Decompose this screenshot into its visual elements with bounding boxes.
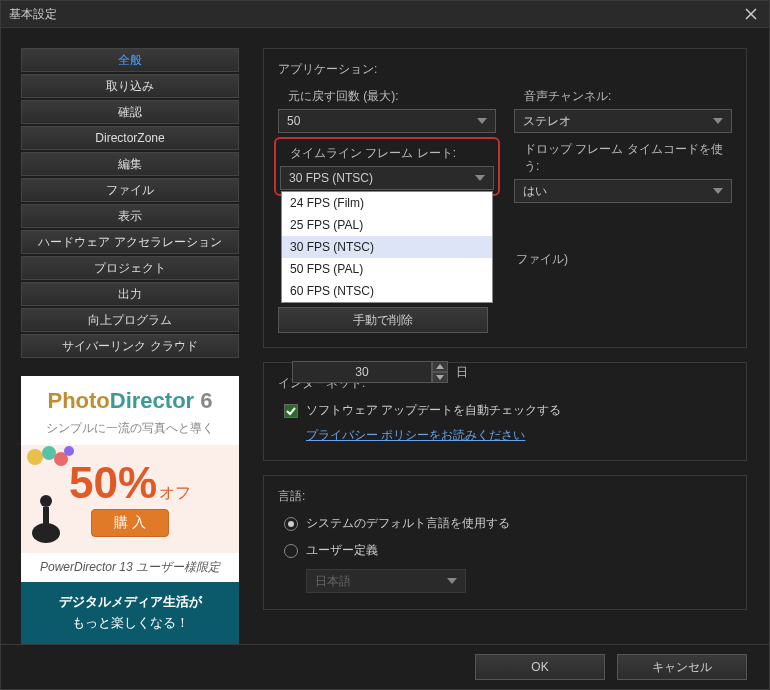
window-title: 基本設定	[9, 6, 57, 23]
sidebar: 全般 取り込み 確認 DirectorZone 編集 ファイル 表示 ハードウェ…	[1, 48, 251, 644]
partial-label: ファイル)	[516, 251, 568, 268]
language-value: 日本語	[315, 573, 351, 590]
fps-value: 30 FPS (NTSC)	[289, 171, 373, 185]
check-icon	[286, 406, 296, 416]
lang-user-radio[interactable]	[284, 544, 298, 558]
svg-rect-5	[43, 507, 49, 525]
auto-update-checkbox[interactable]	[284, 404, 298, 418]
privacy-link[interactable]: プライバシー ポリシーをお読みください	[306, 428, 525, 442]
fps-option[interactable]: 25 FPS (PAL)	[282, 214, 492, 236]
sidebar-item-edit[interactable]: 編集	[21, 152, 239, 176]
lang-user-label: ユーザー定義	[306, 542, 378, 559]
promo-logo: PhotoDirector 6	[21, 388, 239, 414]
fps-label: タイムライン フレーム レート:	[290, 146, 456, 160]
spinner-up-button[interactable]	[432, 361, 448, 372]
manual-delete-button[interactable]: 手動で削除	[278, 307, 488, 333]
promo-banner[interactable]: デジタルメディア生活が もっと楽しくなる！	[21, 582, 239, 644]
sidebar-item-hwaccel[interactable]: ハードウェア アクセラレーション	[21, 230, 239, 254]
lang-system-label: システムのデフォルト言語を使用する	[306, 515, 510, 532]
sidebar-item-display[interactable]: 表示	[21, 204, 239, 228]
chevron-down-icon	[477, 118, 487, 124]
undo-select[interactable]: 50	[278, 109, 496, 133]
cancel-button[interactable]: キャンセル	[617, 654, 747, 680]
content-area: アプリケーション: 元に戻す回数 (最大): 50 音声チャンネル: ステレオ	[251, 48, 769, 644]
undo-value: 50	[287, 114, 300, 128]
fps-option[interactable]: 60 FPS (NTSC)	[282, 280, 492, 302]
sidebar-item-directorzone[interactable]: DirectorZone	[21, 126, 239, 150]
promo-pd-line: PowerDirector 13 ユーザー様限定	[21, 553, 239, 582]
fps-option[interactable]: 50 FPS (PAL)	[282, 258, 492, 280]
svg-point-1	[42, 446, 56, 460]
promo-discount: 50%	[69, 461, 157, 505]
svg-point-0	[27, 449, 43, 465]
chevron-down-icon	[713, 188, 723, 194]
promo-logo-a: Photo	[47, 388, 109, 413]
promo-banner-l2: もっと楽しくなる！	[21, 613, 239, 634]
dialog-footer: OK キャンセル	[1, 644, 769, 689]
sidebar-item-cloud[interactable]: サイバーリンク クラウド	[21, 334, 239, 358]
dropframe-select[interactable]: はい	[514, 179, 732, 203]
language-panel: 言語: システムのデフォルト言語を使用する ユーザー定義 日本語	[263, 475, 747, 610]
chevron-down-icon	[447, 578, 457, 584]
sidebar-item-project[interactable]: プロジェクト	[21, 256, 239, 280]
audio-select[interactable]: ステレオ	[514, 109, 732, 133]
fps-option[interactable]: 30 FPS (NTSC)	[282, 236, 492, 258]
fps-option[interactable]: 24 FPS (Film)	[282, 192, 492, 214]
svg-point-4	[32, 523, 60, 543]
chevron-down-icon	[475, 175, 485, 181]
sidebar-item-file[interactable]: ファイル	[21, 178, 239, 202]
fps-select[interactable]: 30 FPS (NTSC) 24 FPS (Film) 25 FPS (PAL)…	[280, 166, 494, 190]
days-input[interactable]	[292, 361, 432, 383]
lang-system-radio[interactable]	[284, 517, 298, 531]
language-select: 日本語	[306, 569, 466, 593]
days-suffix: 日	[456, 364, 468, 381]
promo-logo-b: Director	[110, 388, 194, 413]
language-title: 言語:	[278, 488, 732, 505]
promo-panel: PhotoDirector 6 シンプルに一流の写真へと導く 50% オフ 購 …	[21, 376, 239, 644]
sidebar-item-import[interactable]: 取り込み	[21, 74, 239, 98]
promo-logo-c: 6	[194, 388, 212, 413]
balloons-icon	[25, 443, 77, 487]
chevron-down-icon	[713, 118, 723, 124]
svg-point-6	[40, 495, 52, 507]
dancer-icon	[29, 487, 63, 547]
promo-off: オフ	[159, 483, 191, 504]
promo-header: PhotoDirector 6 シンプルに一流の写真へと導く	[21, 376, 239, 445]
fps-highlight: タイムライン フレーム レート: 30 FPS (NTSC) 24 FPS (F…	[274, 137, 500, 196]
sidebar-item-general[interactable]: 全般	[21, 48, 239, 72]
sidebar-item-improvement[interactable]: 向上プログラム	[21, 308, 239, 332]
auto-update-label: ソフトウェア アップデートを自動チェックする	[306, 402, 561, 419]
titlebar: 基本設定	[1, 1, 769, 28]
undo-label: 元に戻す回数 (最大):	[288, 88, 496, 105]
dropframe-value: はい	[523, 183, 547, 200]
spinner-down-button[interactable]	[432, 372, 448, 383]
promo-buy-button[interactable]: 購 入	[91, 509, 169, 537]
promo-mid: 50% オフ 購 入	[21, 445, 239, 553]
settings-window: 基本設定 全般 取り込み 確認 DirectorZone 編集 ファイル 表示 …	[0, 0, 770, 690]
fps-dropdown-list: 24 FPS (Film) 25 FPS (PAL) 30 FPS (NTSC)…	[281, 191, 493, 303]
application-panel: アプリケーション: 元に戻す回数 (最大): 50 音声チャンネル: ステレオ	[263, 48, 747, 348]
audio-value: ステレオ	[523, 113, 571, 130]
promo-banner-l1: デジタルメディア生活が	[21, 592, 239, 613]
dialog-body: 全般 取り込み 確認 DirectorZone 編集 ファイル 表示 ハードウェ…	[1, 28, 769, 644]
audio-label: 音声チャンネル:	[524, 88, 732, 105]
ok-button[interactable]: OK	[475, 654, 605, 680]
svg-point-3	[64, 446, 74, 456]
sidebar-item-output[interactable]: 出力	[21, 282, 239, 306]
sidebar-item-confirm[interactable]: 確認	[21, 100, 239, 124]
close-button[interactable]	[741, 4, 761, 24]
application-title: アプリケーション:	[278, 61, 732, 78]
days-spinner[interactable]	[292, 361, 448, 383]
dropframe-label: ドロップ フレーム タイムコードを使う:	[524, 141, 732, 175]
close-icon	[745, 8, 757, 20]
promo-subtitle: シンプルに一流の写真へと導く	[21, 420, 239, 437]
